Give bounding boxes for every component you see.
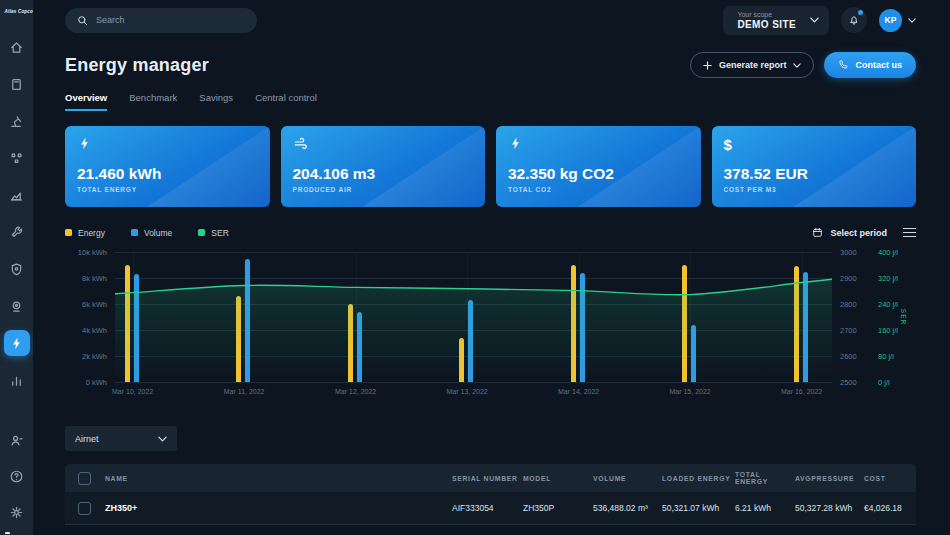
legend-label: Energy bbox=[78, 228, 105, 238]
cell-model: ZH350P bbox=[523, 503, 593, 513]
sidebar-item-energy-manager[interactable] bbox=[4, 330, 30, 356]
y-ser-tick: 240 j/l bbox=[878, 300, 898, 309]
sidebar-item-assets[interactable] bbox=[4, 71, 30, 97]
kpi-card-total-energy[interactable]: 21.460 kWh TOTAL ENERGY bbox=[65, 126, 270, 207]
chart-menu-icon[interactable] bbox=[903, 228, 916, 238]
select-period-button[interactable]: Select period bbox=[812, 227, 887, 238]
kpi-card-cost-per-m3[interactable]: $ 378.52 EUR COST PER M3 bbox=[712, 126, 917, 207]
y-ser-tick: 160 j/l bbox=[878, 326, 898, 335]
legend-item-energy[interactable]: Energy bbox=[65, 228, 105, 238]
sidebar-item-equipment[interactable] bbox=[4, 108, 30, 134]
select-period-label: Select period bbox=[830, 228, 887, 238]
chevron-down-icon bbox=[158, 436, 167, 442]
y-ser-tick: 320 j/l bbox=[878, 274, 898, 283]
y-axis-right-ser: 400 j/l320 j/l240 j/l160 j/l80 j/l0 j/lS… bbox=[872, 252, 916, 382]
kpi-card-produced-air[interactable]: 204.106 m3 PRODUCED AIR bbox=[281, 126, 486, 207]
sidebar-item-reports[interactable] bbox=[4, 367, 30, 393]
contact-us-label: Contact us bbox=[855, 60, 902, 70]
sidebar-nav bbox=[4, 28, 30, 427]
column-header: COST bbox=[864, 475, 916, 482]
y-left-tick: 6k kWh bbox=[82, 300, 107, 309]
atlas-copco-logo[interactable]: Atlas Copco bbox=[5, 9, 29, 14]
tab-overview[interactable]: Overview bbox=[65, 92, 107, 111]
cell-total-energy: 6.21 kWh bbox=[735, 503, 795, 513]
legend-swatch bbox=[131, 229, 138, 236]
y-right-tick: 2800 bbox=[840, 300, 857, 309]
sidebar-item-home[interactable] bbox=[4, 34, 30, 60]
chevron-down-icon bbox=[793, 63, 801, 68]
x-axis-tick: Mar 15, 2022 bbox=[669, 388, 710, 395]
cell-name: ZH350+ bbox=[105, 503, 452, 513]
search-input[interactable] bbox=[96, 15, 236, 25]
tab-benchmark[interactable]: Benchmark bbox=[129, 92, 177, 111]
scope-label: Your scope bbox=[737, 11, 796, 18]
sidebar-item-help[interactable] bbox=[4, 463, 30, 489]
avatar: KP bbox=[879, 9, 902, 32]
table-header-row: NAMESERIAL NUMBERMODELVOLUMELOADED ENERG… bbox=[65, 464, 916, 492]
chevron-down-icon bbox=[810, 17, 819, 23]
generate-report-label: Generate report bbox=[719, 60, 787, 70]
contact-us-button[interactable]: Contact us bbox=[824, 52, 916, 78]
y-left-tick: 2k kWh bbox=[82, 352, 107, 361]
tab-savings[interactable]: Savings bbox=[199, 92, 233, 111]
sidebar-item-connections[interactable] bbox=[4, 145, 30, 171]
y-axis-right: 300029002800270026002500 bbox=[832, 252, 872, 382]
calendar-icon bbox=[812, 227, 823, 238]
row-checkbox[interactable] bbox=[78, 502, 91, 515]
network-filter-dropdown[interactable]: Airnet bbox=[65, 426, 177, 451]
logo-text: Atlas Copco bbox=[5, 9, 29, 14]
sidebar-item-trends[interactable] bbox=[4, 182, 30, 208]
scope-selector[interactable]: Your scope DEMO SITE bbox=[723, 6, 829, 35]
notifications-button[interactable] bbox=[841, 7, 867, 33]
y-left-tick: 0 kWh bbox=[86, 378, 107, 387]
nodes-icon bbox=[9, 151, 24, 166]
tab-central-control[interactable]: Central control bbox=[255, 92, 317, 111]
generate-report-button[interactable]: Generate report bbox=[690, 52, 815, 78]
kpi-card-total-co2[interactable]: 32.350 kg CO2 TOTAL CO2 bbox=[496, 126, 701, 207]
legend-swatch bbox=[65, 229, 72, 236]
cell-volume: 536,488.02 m³ bbox=[593, 503, 662, 513]
chart-tools: Select period bbox=[812, 227, 916, 238]
x-axis-labels: Mar 10, 2022Mar 11, 2022Mar 12, 2022Mar … bbox=[115, 388, 832, 404]
sidebar-item-account[interactable] bbox=[4, 427, 30, 453]
table-filter-row: Airnet bbox=[65, 426, 916, 451]
ser-axis-label: SER bbox=[900, 309, 907, 325]
table-row[interactable]: ZH350+AIF333054ZH350P536,488.02 m³50,321… bbox=[65, 492, 916, 525]
table-body: ZH350+AIF333054ZH350P536,488.02 m³50,321… bbox=[65, 492, 916, 525]
y-ser-tick: 0 j/l bbox=[878, 378, 890, 387]
bolt-icon bbox=[508, 136, 523, 151]
gridline bbox=[115, 382, 832, 383]
kpi-value: 204.106 m3 bbox=[293, 165, 474, 183]
kpi-label: TOTAL CO2 bbox=[508, 186, 689, 193]
y-ser-tick: 400 j/l bbox=[878, 248, 898, 257]
y-right-tick: 2500 bbox=[840, 378, 857, 387]
cell-serial-number: AIF333054 bbox=[452, 503, 523, 513]
sidebar-item-service[interactable] bbox=[4, 219, 30, 245]
user-menu[interactable]: KP bbox=[879, 9, 916, 32]
search-input-wrap[interactable] bbox=[65, 8, 257, 33]
chevron-down-icon bbox=[908, 18, 916, 23]
search-icon bbox=[77, 15, 88, 26]
legend-item-ser[interactable]: SER bbox=[198, 228, 228, 238]
y-left-tick: 10k kWh bbox=[78, 248, 107, 257]
y-right-tick: 2900 bbox=[840, 274, 857, 283]
robot-arm-icon bbox=[9, 114, 24, 129]
kpi-cards: 21.460 kWh TOTAL ENERGY 204.106 m3 PRODU… bbox=[65, 126, 916, 207]
legend-item-volume[interactable]: Volume bbox=[131, 228, 172, 238]
column-header: LOADED ENERGY bbox=[662, 475, 735, 482]
ser-line-chart bbox=[115, 252, 832, 382]
sidebar-item-settings[interactable] bbox=[4, 499, 30, 525]
bell-icon bbox=[848, 14, 860, 26]
chart-plot-area bbox=[115, 252, 832, 382]
x-axis-tick: Mar 10, 2022 bbox=[112, 388, 153, 395]
bar-chart-icon bbox=[9, 373, 24, 388]
y-ser-tick: 80 j/l bbox=[878, 352, 894, 361]
sidebar-item-monitoring[interactable] bbox=[4, 293, 30, 319]
dollar-icon: $ bbox=[724, 136, 732, 153]
select-all-checkbox[interactable] bbox=[78, 472, 91, 485]
sidebar-item-protection[interactable] bbox=[4, 256, 30, 282]
y-left-tick: 4k kWh bbox=[82, 326, 107, 335]
chart-header: Energy Volume SER Select period bbox=[65, 227, 916, 238]
home-icon bbox=[9, 40, 24, 55]
equipment-table: NAMESERIAL NUMBERMODELVOLUMELOADED ENERG… bbox=[65, 464, 916, 525]
